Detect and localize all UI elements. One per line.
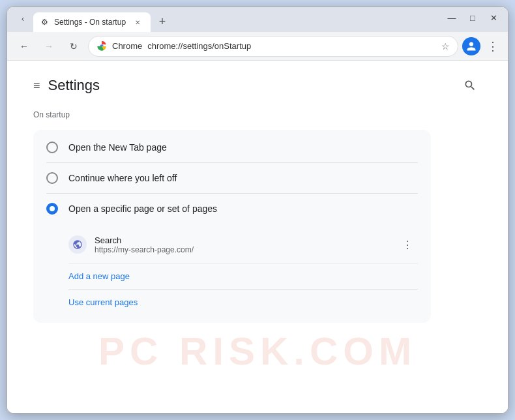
link-divider [68,289,418,290]
profile-icon[interactable] [462,37,480,55]
startup-options-card: Open the New Tab page Continue where you… [33,130,431,323]
settings-header: ≡ Settings [33,74,482,97]
address-text: chrome://settings/onStartup [147,41,436,51]
hamburger-icon[interactable]: ≡ [33,79,40,93]
page-info: Search https://my-search-page.com/ [95,235,389,254]
sub-divider-1 [68,263,418,263]
option-continue-label: Continue where you left off [68,173,177,183]
tab-close-button[interactable]: ✕ [132,17,143,27]
page-more-options-button[interactable]: ⋮ [397,234,418,255]
maximize-button[interactable]: □ [464,8,482,27]
back-button[interactable]: ← [14,36,35,57]
page-entry: Search https://my-search-page.com/ ⋮ [68,229,418,260]
option-continue[interactable]: Continue where you left off [33,163,431,193]
settings-title-group: ≡ Settings [33,77,100,94]
settings-tab[interactable]: ⚙ Settings - On startup ✕ [33,12,151,32]
radio-specific[interactable] [46,203,58,215]
watermark: PC RISK.COM [98,329,417,374]
settings-page-title: Settings [48,77,100,94]
chrome-browser-icon [96,41,107,52]
specific-page-options: Search https://my-search-page.com/ ⋮ Add… [33,224,431,320]
settings-search-button[interactable] [458,74,482,97]
page-name: Search [95,235,389,245]
title-bar: ‹ ⚙ Settings - On startup ✕ + — □ ✕ [7,7,508,32]
tab-bar: ‹ ⚙ Settings - On startup ✕ + [12,8,443,32]
radio-continue[interactable] [46,172,58,184]
section-label: On startup [33,110,482,119]
option-new-tab-label: Open the New Tab page [68,142,167,153]
tab-list: ⚙ Settings - On startup ✕ [33,12,151,32]
navigation-bar: ← → ↻ Chrome chrome://settings/onStartup… [7,32,508,61]
page-url: https://my-search-page.com/ [95,245,389,254]
option-specific-label: Open a specific page or set of pages [68,203,217,214]
use-current-pages-button[interactable]: Use current pages [68,292,138,312]
settings-tab-favicon: ⚙ [41,18,50,27]
page-favicon-icon [68,235,87,254]
new-tab-button[interactable]: + [153,12,171,31]
minimize-button[interactable]: — [443,8,461,27]
chrome-label: Chrome [112,41,142,51]
reload-button[interactable]: ↻ [63,36,84,57]
forward-button: → [38,36,59,57]
add-new-page-button[interactable]: Add a new page [68,266,130,286]
browser-window: ‹ ⚙ Settings - On startup ✕ + — □ ✕ ← → … [7,7,508,413]
tab-group-back[interactable]: ‹ [12,8,33,29]
window-controls: — □ ✕ [443,8,503,27]
close-button[interactable]: ✕ [484,8,503,27]
main-content: ≡ Settings On startup Open the New Tab p… [7,61,508,413]
bookmark-star-icon[interactable]: ☆ [441,41,450,52]
settings-tab-title: Settings - On startup [54,18,128,27]
option-specific[interactable]: Open a specific page or set of pages [33,194,431,224]
option-new-tab[interactable]: Open the New Tab page [33,132,431,162]
browser-menu-icon[interactable]: ⋮ [484,37,501,56]
address-bar[interactable]: Chrome chrome://settings/onStartup ☆ [88,36,458,57]
radio-new-tab[interactable] [46,142,58,153]
